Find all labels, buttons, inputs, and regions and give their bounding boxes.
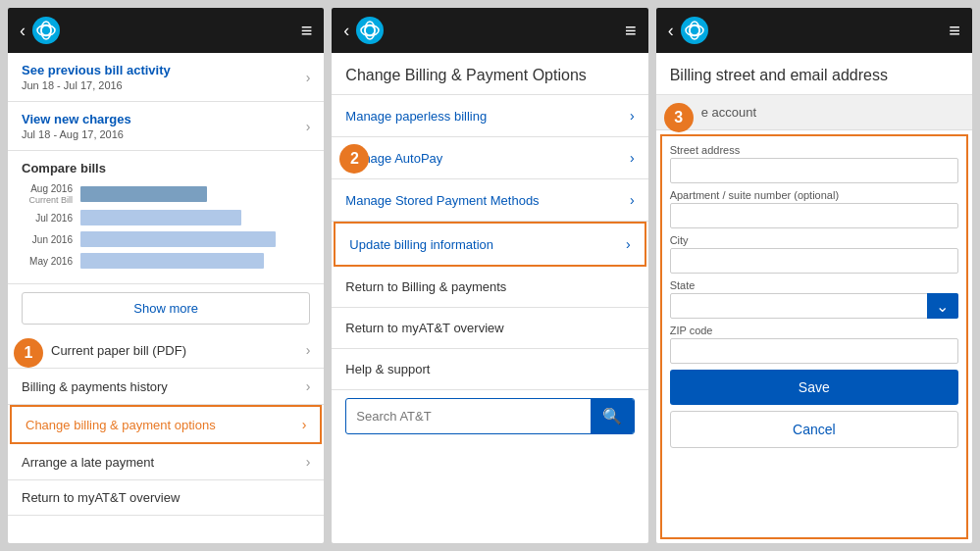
menu-help-support-label: Help & support: [345, 362, 430, 376]
view-new-charges-sub: Jul 18 - Aug 17, 2016: [22, 128, 131, 140]
menu-return-myatt[interactable]: Return to myAT&T overview: [332, 308, 647, 349]
header-2: ‹ ≡: [332, 8, 647, 53]
back-button-1[interactable]: ‹: [20, 16, 61, 45]
bar-row-may: May 2016: [22, 252, 310, 270]
menu-help-support[interactable]: Help & support: [332, 349, 647, 390]
zip-label: ZIP code: [670, 325, 958, 336]
nav-paper-bill-chevron: ›: [306, 342, 311, 358]
back-icon-2: ‹: [343, 21, 349, 41]
nav-return-myatt[interactable]: Return to myAT&T overview: [8, 480, 324, 516]
state-group: State ⌄: [670, 279, 958, 319]
search-input[interactable]: [346, 401, 590, 431]
nav-change-billing-label: Change billing & payment options: [26, 418, 216, 432]
menu-paperless-billing[interactable]: Manage paperless billing ›: [332, 95, 647, 137]
nav-paper-bill[interactable]: Current paper bill (PDF) ›: [8, 332, 324, 369]
menu-stored-chevron: ›: [630, 192, 635, 208]
menu-return-billing-label: Return to Billing & payments: [345, 279, 506, 294]
bar-row-jun: Jun 2016: [22, 230, 310, 248]
show-more-button[interactable]: Show more: [22, 292, 310, 325]
header-3: ‹ ≡: [656, 8, 972, 53]
menu-update-billing-label: Update billing information: [349, 237, 493, 252]
menu-paperless-chevron: ›: [630, 108, 635, 124]
badge-1: 1: [14, 338, 43, 368]
att-logo-1: [31, 16, 61, 45]
bar-fill-may: [80, 253, 264, 269]
city-input[interactable]: [670, 248, 958, 274]
bar-fill-jul: [80, 210, 241, 225]
see-previous-bill-link[interactable]: See previous bill activity Jun 18 - Jul …: [8, 53, 324, 102]
att-logo-2: [355, 16, 385, 45]
bar-track-may: [80, 252, 310, 270]
nav-payments-history-chevron: ›: [306, 378, 311, 394]
bar-row-jul: Jul 2016: [22, 209, 310, 226]
bar-track-jul: [80, 209, 310, 226]
menu-stored-payment[interactable]: Manage Stored Payment Methods ›: [332, 179, 647, 222]
bar-fill-aug: [80, 186, 207, 202]
hamburger-icon-1[interactable]: ≡: [301, 20, 313, 42]
nav-paper-bill-label: Current paper bill (PDF): [51, 343, 186, 358]
nav-return-myatt-label: Return to myAT&T overview: [22, 490, 180, 505]
nav-late-payment-label: Arrange a late payment: [22, 455, 154, 470]
cancel-button[interactable]: Cancel: [670, 411, 958, 448]
bar-label-jun: Jun 2016: [22, 234, 73, 245]
street-address-group: Street address: [670, 144, 958, 183]
hamburger-icon-2[interactable]: ≡: [625, 20, 637, 42]
menu-return-myatt-label: Return to myAT&T overview: [345, 321, 503, 335]
street-address-label: Street address: [670, 144, 958, 156]
bar-row-aug: Aug 2016Current Bill: [22, 183, 310, 205]
bar-fill-jun: [80, 231, 276, 247]
hamburger-icon-3[interactable]: ≡: [949, 20, 960, 42]
state-label: State: [670, 279, 958, 291]
save-button[interactable]: Save: [670, 370, 958, 405]
account-bar: e account: [656, 95, 972, 130]
zip-input[interactable]: [670, 338, 958, 364]
back-icon-3: ‹: [668, 21, 674, 41]
back-button-3[interactable]: ‹: [668, 16, 709, 45]
nav-late-payment-chevron: ›: [306, 454, 311, 470]
screen-1: ‹ ≡ See previous bill activity Jun 18 - …: [8, 8, 324, 543]
billing-form: Street address Apartment / suite number …: [660, 134, 968, 539]
menu-return-billing[interactable]: Return to Billing & payments: [332, 267, 647, 308]
screen1-content: See previous bill activity Jun 18 - Jul …: [8, 53, 324, 543]
bar-label-aug: Aug 2016Current Bill: [22, 183, 73, 205]
search-button[interactable]: 🔍: [591, 399, 634, 433]
badge-3: 3: [664, 103, 694, 132]
city-group: City: [670, 234, 958, 274]
state-select-wrapper: ⌄: [670, 293, 958, 319]
see-previous-bill-chevron: ›: [306, 70, 311, 85]
bar-track-jun: [80, 230, 310, 248]
header-1: ‹ ≡: [8, 8, 324, 53]
menu-update-billing[interactable]: Update billing information ›: [334, 222, 645, 267]
svg-point-0: [32, 17, 60, 44]
view-new-charges-title: View new charges: [22, 112, 131, 126]
screen-3: ‹ ≡ Billing street and email address 3 e…: [656, 8, 972, 543]
menu-update-billing-chevron: ›: [626, 236, 631, 252]
search-bar: 🔍: [345, 398, 634, 434]
view-new-charges-link[interactable]: View new charges Jul 18 - Aug 17, 2016 ›: [8, 102, 324, 151]
screen2-menu: 2 Manage paperless billing › Manage Auto…: [332, 95, 647, 390]
bottom-nav: 1 Current paper bill (PDF) › Billing & p…: [8, 332, 324, 543]
svg-point-4: [356, 17, 384, 44]
nav-change-billing-chevron: ›: [302, 417, 307, 432]
city-label: City: [670, 234, 958, 246]
screen3-title: Billing street and email address: [656, 53, 972, 95]
apt-number-input[interactable]: [670, 203, 958, 228]
nav-payments-history[interactable]: Billing & payments history ›: [8, 369, 324, 405]
street-address-input[interactable]: [670, 158, 958, 183]
back-icon-1: ‹: [20, 21, 26, 41]
screen2-title: Change Billing & Payment Options: [332, 53, 647, 95]
nav-late-payment[interactable]: Arrange a late payment ›: [8, 444, 324, 480]
nav-change-billing[interactable]: Change billing & payment options ›: [10, 405, 322, 444]
account-label: e account: [701, 105, 756, 120]
bar-label-may: May 2016: [22, 256, 73, 267]
bar-label-jul: Jul 2016: [22, 213, 73, 224]
back-button-2[interactable]: ‹: [343, 16, 385, 45]
view-new-charges-chevron: ›: [306, 119, 311, 134]
svg-point-8: [681, 17, 708, 44]
apt-number-group: Apartment / suite number (optional): [670, 189, 958, 228]
compare-bills-section: Compare bills Aug 2016Current Bill Jul 2…: [8, 151, 324, 284]
menu-autopay[interactable]: Manage AutoPay ›: [332, 137, 647, 179]
screen-2: ‹ ≡ Change Billing & Payment Options 2 M…: [332, 8, 647, 543]
state-select[interactable]: [670, 293, 958, 319]
see-previous-bill-sub: Jun 18 - Jul 17, 2016: [22, 79, 171, 91]
